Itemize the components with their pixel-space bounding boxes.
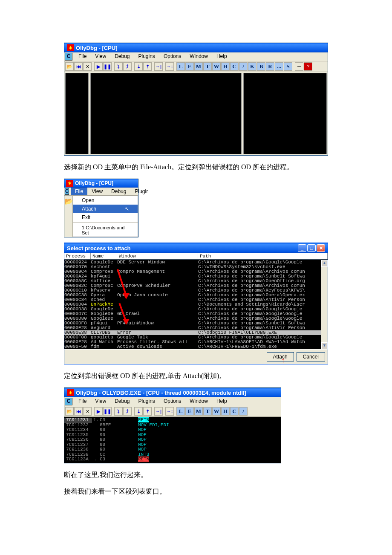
menu-plugins[interactable]: Plugir: [130, 188, 152, 195]
col-path[interactable]: Path: [198, 253, 328, 259]
menu-debug[interactable]: Debug: [110, 397, 134, 406]
help-icon[interactable]: ?: [304, 62, 312, 71]
close-icon[interactable]: ✕: [83, 62, 92, 71]
c-icon[interactable]: C: [65, 398, 72, 405]
pause-icon[interactable]: ❚❚: [103, 62, 112, 71]
execute-till-icon[interactable]: →|: [154, 407, 163, 416]
scroll-up-icon[interactable]: ▲: [321, 260, 328, 267]
menu-options[interactable]: Options: [159, 397, 185, 406]
disasm-row[interactable]: 7C91123890 NOP: [64, 447, 281, 452]
table-row[interactable]: 00000A8Csoffice C:\Archivos de programa\…: [64, 279, 321, 283]
open-icon[interactable]: 📂: [64, 196, 73, 237]
menu-debug[interactable]: Debug: [107, 188, 130, 195]
table-row[interactable]: 00000C84sched C:\Archivos de programa\An…: [64, 298, 321, 302]
table-row[interactable]: 00000E28avguard C:\Archivos de programa\…: [64, 326, 321, 330]
menu-attach[interactable]: Attach↖: [73, 205, 138, 213]
settings-icon[interactable]: ☰: [295, 62, 303, 71]
menu-recent[interactable]: 1 C:\Documents and Set: [73, 224, 138, 237]
disasm-row[interactable]: 7C91123A.C3 RETN: [64, 457, 281, 462]
menu-view[interactable]: View: [91, 52, 110, 61]
btn-L[interactable]: L: [176, 407, 185, 416]
c-icon[interactable]: C: [65, 188, 69, 195]
btn-T[interactable]: T: [203, 407, 212, 416]
table-row[interactable]: 00000D38GoogleDe C:\Archivos de programa…: [64, 307, 321, 312]
disasm-row[interactable]: 7C91123590 NOP: [64, 433, 281, 438]
table-row[interactable]: 00000F08googletaGoogle Talk C:\Archivos …: [64, 335, 321, 340]
menu-file[interactable]: File: [74, 52, 91, 61]
attach-button[interactable]: Attach: [267, 352, 294, 361]
process-table[interactable]: ▲ ▼ 00000924GoogleDeDDE Server Window C:…: [64, 260, 328, 349]
btn-S[interactable]: S: [284, 62, 292, 71]
table-row[interactable]: 00000D7CGoogleDeGD_Crawl C:\Archivos de …: [64, 312, 321, 316]
run-icon[interactable]: ▶: [94, 407, 103, 416]
menu-options[interactable]: Options: [159, 52, 185, 61]
btn-T[interactable]: T: [203, 62, 212, 71]
col-name[interactable]: Name: [91, 253, 117, 259]
scroll-down-icon[interactable]: ▼: [321, 342, 328, 349]
col-process[interactable]: Process: [64, 253, 91, 259]
table-row[interactable]: 00000C38Opera Opera Java console C:\Arch…: [64, 293, 321, 298]
step-over-icon[interactable]: ⤴: [123, 62, 132, 71]
table-row[interactable]: 00000C10kfwserv C:\Archivos de programa\…: [64, 288, 321, 293]
panel-address[interactable]: [65, 73, 89, 154]
trace-over-icon[interactable]: ⇡: [143, 62, 152, 71]
table-row[interactable]: 00000E38OLLYDBG Error C:\odbg110 FINAL\O…: [64, 330, 321, 335]
table-row[interactable]: 00000924GoogleDeDDE Server Window C:\Arc…: [64, 260, 321, 265]
execute-till-icon[interactable]: →|: [154, 62, 163, 71]
btn-B[interactable]: B: [257, 62, 265, 71]
btn-H[interactable]: H: [221, 62, 230, 71]
pause-icon[interactable]: ❚❚: [103, 407, 112, 416]
btn-L[interactable]: L: [176, 62, 185, 71]
btn-more[interactable]: ...: [275, 62, 283, 71]
panel-registers[interactable]: [243, 73, 327, 154]
disassembly-panel[interactable]: 7C911231t.C3 RETN7C9112328BFF MOV EDI,ED…: [64, 417, 281, 463]
trace-over-icon[interactable]: ⇡: [143, 407, 152, 416]
step-over-icon[interactable]: ⤴: [123, 407, 132, 416]
table-row[interactable]: 00000D04UnPackMe C:\Documents and Settin…: [64, 302, 321, 307]
table-row[interactable]: 00000B2CComproScComproPVR Scheduler C:\A…: [64, 283, 321, 288]
step-into-icon[interactable]: ⤵: [114, 62, 123, 71]
open-icon[interactable]: 📂: [65, 62, 74, 71]
step-into-icon[interactable]: ⤵: [114, 407, 123, 416]
panel-disasm[interactable]: [90, 73, 242, 154]
disasm-row[interactable]: 7C91123490 NOP: [64, 428, 281, 433]
menu-help[interactable]: Help: [212, 52, 231, 61]
btn-R[interactable]: R: [266, 62, 274, 71]
btn-slash[interactable]: /: [239, 407, 248, 416]
goto-icon[interactable]: →:: [165, 62, 174, 71]
btn-H[interactable]: H: [221, 407, 230, 416]
disasm-row[interactable]: 7C91123690 NOP: [64, 437, 281, 442]
menu-window[interactable]: Window: [185, 397, 212, 406]
btn-W[interactable]: W: [212, 62, 221, 71]
table-row[interactable]: 00000F50fdm Active downloads C:\ARCHIV~1…: [64, 344, 321, 349]
run-icon[interactable]: ▶: [94, 62, 103, 71]
disasm-row[interactable]: 7C9112328BFF MOV EDI,EDI: [64, 423, 281, 428]
menu-window[interactable]: Window: [185, 52, 212, 61]
col-window[interactable]: Window: [117, 253, 198, 259]
btn-M[interactable]: M: [194, 62, 203, 71]
btn-E[interactable]: E: [185, 407, 194, 416]
c-icon[interactable]: C: [65, 53, 72, 61]
btn-W[interactable]: W: [212, 407, 221, 416]
table-row[interactable]: 00000F28Ad-WatchProcess filter. Shows al…: [64, 340, 321, 344]
cancel-button[interactable]: Cancel: [297, 352, 325, 361]
close-icon[interactable]: ✕: [317, 244, 325, 252]
maximize-icon[interactable]: □: [307, 244, 316, 252]
btn-M[interactable]: M: [194, 407, 203, 416]
menu-help[interactable]: Help: [212, 397, 231, 406]
disasm-row[interactable]: 7C911231t.C3 RETN: [64, 418, 281, 423]
disasm-row[interactable]: 7C91123790 NOP: [64, 442, 281, 448]
btn-K[interactable]: K: [248, 62, 257, 71]
btn-slash[interactable]: /: [239, 62, 248, 71]
goto-icon[interactable]: →:: [165, 407, 174, 416]
restart-icon[interactable]: ⏮: [74, 62, 83, 71]
table-row[interactable]: 000009C4ComproReCompro Management C:\Arc…: [64, 269, 321, 274]
menu-file[interactable]: File: [71, 188, 87, 195]
scrollbar[interactable]: ▲ ▼: [321, 260, 328, 349]
table-row[interactable]: 00000D80GoogleDe C:\Archivos de programa…: [64, 316, 321, 321]
btn-E[interactable]: E: [185, 62, 194, 71]
menu-exit[interactable]: Exit: [73, 213, 138, 222]
restart-icon[interactable]: ⏮: [74, 407, 83, 416]
btn-C[interactable]: C: [230, 62, 239, 71]
table-row[interactable]: 00000970svchost C:\WINDOWS\System32\svch…: [64, 265, 321, 269]
